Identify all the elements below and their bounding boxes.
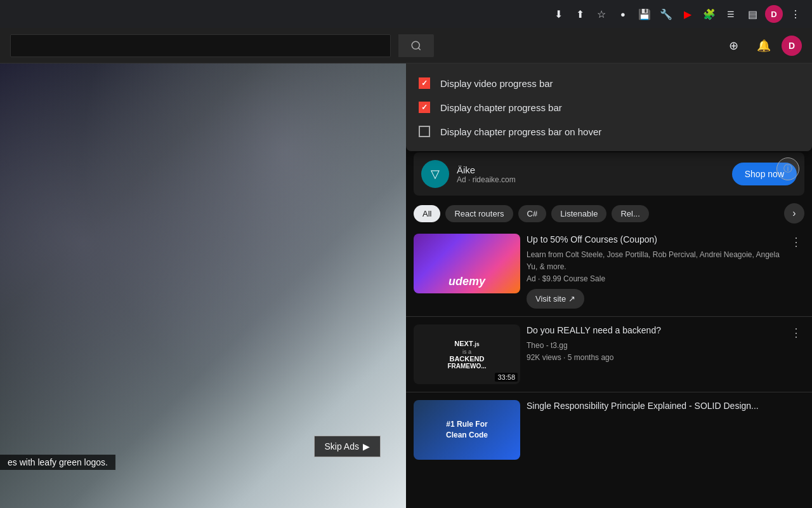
main-layout: es with leafy green logos. Skip Ads ▶ Di… (0, 64, 812, 508)
subtitle-text: es with leafy green logos. (0, 455, 115, 470)
nextjs-thumb-line3: BACKEND (447, 355, 486, 363)
card1-more-options[interactable]: ⋮ (788, 234, 804, 250)
filter-row: All React routers C# Listenable Rel... › (406, 196, 812, 229)
divider-1 (406, 316, 812, 317)
card2-more-options[interactable]: ⋮ (788, 324, 804, 341)
ad-brand-icon: ▽ (431, 167, 440, 181)
video-views-2: 92K views · 5 months ago (527, 352, 782, 364)
ad-info-button[interactable]: ⓘ (776, 157, 799, 180)
header-right: ⊕ 🔔 D (721, 33, 802, 58)
extension2-icon[interactable]: 🔧 (657, 5, 675, 23)
ad-label: Ad (457, 175, 466, 184)
filter-chip-csharp[interactable]: C# (518, 205, 547, 222)
extension3-icon[interactable]: ☰ (722, 5, 740, 23)
divider-2 (406, 392, 812, 392)
youtube-header: ⊕ 🔔 D (0, 28, 812, 64)
menu-label-1: Display video progress bar (440, 78, 553, 89)
menu-item-3[interactable]: Display chapter progress bar on hover (406, 119, 812, 144)
video-card-2[interactable]: NEXT.js is a BACKEND FRAMEWO... 33:58 Do… (406, 319, 812, 389)
thumbnail-1: udemy (414, 234, 520, 293)
share-icon[interactable]: ⬆ (571, 5, 589, 23)
filter-chip-all[interactable]: All (414, 205, 440, 222)
download-icon[interactable]: ⬇ (549, 5, 567, 23)
video-card-1[interactable]: udemy Up to 50% Off Courses (Coupon) Lea… (406, 229, 812, 314)
notifications-bell-icon[interactable]: 🔔 (751, 33, 776, 58)
duration-badge-2: 33:58 (495, 373, 518, 382)
ad-url: rideaike.com (473, 175, 516, 184)
sidebar: Display video progress bar Display chapt… (406, 64, 812, 508)
ad-text-block: Äike Ad · rideaike.com (457, 164, 724, 184)
video-card-3[interactable]: #1 Rule ForClean Code Single Responsibil… (406, 395, 812, 465)
upload-icon[interactable]: ⊕ (721, 33, 746, 58)
udemy-logo: udemy (449, 275, 485, 288)
ad-subtitle: Ad · rideaike.com (457, 175, 724, 184)
visit-site-button[interactable]: Visit site ↗ (527, 289, 584, 309)
yt-user-avatar[interactable]: D (782, 36, 802, 56)
skip-ads-label: Skip Ads (325, 441, 359, 451)
thumbnail-2: NEXT.js is a BACKEND FRAMEWO... 33:58 (414, 324, 520, 384)
visit-site-label: Visit site (535, 294, 566, 304)
puzzle-icon[interactable]: 🧩 (700, 5, 718, 23)
thumbnail-3: #1 Rule ForClean Code (414, 400, 520, 460)
filter-chip-rel[interactable]: Rel... (612, 205, 648, 222)
ad-brand-logo: ▽ (421, 160, 449, 188)
video-player-area: es with leafy green logos. Skip Ads ▶ (0, 64, 406, 508)
search-input[interactable] (18, 41, 383, 51)
menu-item-2[interactable]: Display chapter progress bar (406, 95, 812, 119)
save-page-icon[interactable]: 💾 (636, 5, 653, 23)
filter-scroll-right[interactable]: › (784, 203, 804, 224)
video-title-2: Do you REALLY need a backend? (527, 324, 782, 337)
filter-chip-react-routers[interactable]: React routers (445, 205, 513, 222)
video-info-2: Do you REALLY need a backend? Theo - t3.… (527, 324, 782, 384)
nextjs-thumb-line1: NEXT.js (447, 339, 486, 349)
code-thumb-text: #1 Rule ForClean Code (446, 419, 488, 441)
checkbox-video-progress[interactable] (419, 77, 430, 89)
sidebar-icon[interactable]: ▤ (743, 5, 761, 23)
video-title-1: Up to 50% Off Courses (Coupon) (527, 234, 782, 246)
nextjs-thumb-line2: is a (447, 349, 486, 355)
video-channel-2: Theo - t3.gg (527, 340, 782, 352)
video-info-1: Up to 50% Off Courses (Coupon) Learn fro… (527, 234, 782, 309)
ad-banner: ⓘ ▽ Äike Ad · rideaike.com Shop now (414, 152, 804, 196)
video-info-3: Single Responsibility Principle Explaine… (527, 400, 804, 460)
browser-toolbar: ⬇ ⬆ ☆ ● 💾 🔧 ▶ 🧩 ☰ ▤ D ⋮ (0, 0, 812, 28)
skip-icon: ▶ (363, 441, 370, 451)
ad-separator: · (468, 175, 473, 184)
svg-line-1 (418, 48, 420, 50)
video-ad-info-1: Ad · $9.99 Course Sale (527, 273, 782, 285)
browser-avatar[interactable]: D (765, 5, 783, 23)
extension1-icon[interactable]: ● (614, 5, 632, 23)
nextjs-thumb-line4: FRAMEWO... (447, 363, 486, 370)
search-bar[interactable] (10, 34, 391, 57)
checkbox-chapter-progress-hover[interactable] (419, 126, 430, 137)
more-menu-icon[interactable]: ⋮ (787, 5, 804, 23)
menu-item-1[interactable]: Display video progress bar (406, 71, 812, 95)
checkbox-chapter-progress[interactable] (419, 102, 430, 113)
video-description-1: Learn from Colt Steele, Jose Portilla, R… (527, 249, 782, 273)
menu-label-3: Display chapter progress bar on hover (440, 126, 601, 137)
dropdown-menu: Display video progress bar Display chapt… (406, 64, 812, 151)
menu-label-2: Display chapter progress bar (440, 102, 562, 113)
video-title-3: Single Responsibility Principle Explaine… (527, 400, 804, 413)
external-link-icon: ↗ (568, 294, 575, 304)
search-button[interactable] (398, 34, 434, 57)
skip-ads-button[interactable]: Skip Ads ▶ (314, 436, 381, 457)
filter-chip-listenable[interactable]: Listenable (551, 205, 606, 222)
youtube-icon[interactable]: ▶ (679, 5, 697, 23)
svg-point-0 (412, 41, 419, 49)
star-icon[interactable]: ☆ (593, 5, 610, 23)
ad-brand-name: Äike (457, 164, 724, 175)
